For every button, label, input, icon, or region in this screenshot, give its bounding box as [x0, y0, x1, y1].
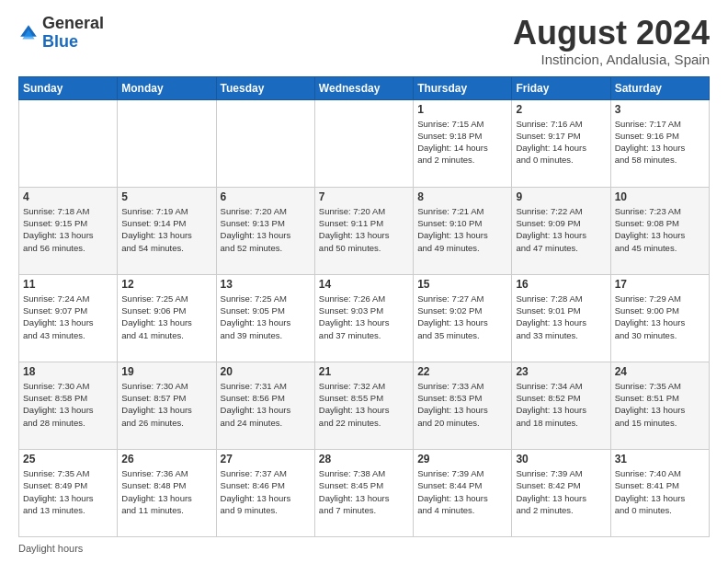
day-number: 4: [23, 190, 113, 203]
col-tuesday: Tuesday: [216, 76, 314, 99]
day-info: Sunrise: 7:24 AM Sunset: 9:07 PM Dayligh…: [23, 293, 113, 341]
day-info: Sunrise: 7:20 AM Sunset: 9:13 PM Dayligh…: [221, 205, 311, 254]
day-number: 26: [121, 453, 211, 465]
day-number: 1: [417, 103, 507, 116]
day-number: 18: [23, 365, 113, 378]
day-number: 21: [319, 365, 409, 378]
day-number: 17: [615, 278, 705, 291]
table-row: 18Sunrise: 7:30 AM Sunset: 8:58 PM Dayli…: [19, 362, 118, 449]
day-number: 31: [615, 453, 705, 465]
table-row: [216, 99, 314, 187]
logo-icon: [18, 23, 39, 43]
day-info: Sunrise: 7:16 AM Sunset: 9:17 PM Dayligh…: [516, 118, 606, 167]
day-number: 15: [417, 278, 507, 291]
table-row: 22Sunrise: 7:33 AM Sunset: 8:53 PM Dayli…: [414, 362, 512, 449]
calendar-week-row: 4Sunrise: 7:18 AM Sunset: 9:15 PM Daylig…: [19, 187, 710, 274]
day-info: Sunrise: 7:33 AM Sunset: 8:53 PM Dayligh…: [417, 380, 507, 429]
day-info: Sunrise: 7:36 AM Sunset: 8:48 PM Dayligh…: [121, 467, 211, 516]
day-info: Sunrise: 7:17 AM Sunset: 9:16 PM Dayligh…: [615, 118, 705, 167]
col-sunday: Sunday: [19, 76, 118, 99]
day-number: 14: [319, 278, 409, 291]
day-number: 20: [221, 365, 311, 378]
day-number: 9: [516, 190, 606, 203]
day-info: Sunrise: 7:25 AM Sunset: 9:05 PM Dayligh…: [221, 293, 311, 341]
table-row: 21Sunrise: 7:32 AM Sunset: 8:55 PM Dayli…: [314, 362, 413, 449]
day-info: Sunrise: 7:35 AM Sunset: 8:51 PM Dayligh…: [615, 380, 705, 429]
table-row: 6Sunrise: 7:20 AM Sunset: 9:13 PM Daylig…: [216, 187, 314, 274]
table-row: [118, 99, 216, 187]
col-friday: Friday: [512, 76, 610, 99]
day-info: Sunrise: 7:32 AM Sunset: 8:55 PM Dayligh…: [319, 380, 409, 429]
day-number: 3: [615, 103, 705, 116]
day-number: 12: [121, 278, 211, 291]
day-info: Sunrise: 7:15 AM Sunset: 9:18 PM Dayligh…: [417, 118, 507, 167]
day-info: Sunrise: 7:31 AM Sunset: 8:56 PM Dayligh…: [221, 380, 311, 429]
calendar-week-row: 1Sunrise: 7:15 AM Sunset: 9:18 PM Daylig…: [19, 99, 710, 187]
day-number: 6: [221, 190, 311, 203]
day-number: 8: [417, 190, 507, 203]
calendar-table: Sunday Monday Tuesday Wednesday Thursday…: [18, 76, 710, 537]
table-row: 15Sunrise: 7:27 AM Sunset: 9:02 PM Dayli…: [414, 274, 512, 362]
day-number: 28: [319, 453, 409, 465]
day-info: Sunrise: 7:34 AM Sunset: 8:52 PM Dayligh…: [516, 380, 606, 429]
day-number: 24: [615, 365, 705, 378]
day-number: 16: [516, 278, 606, 291]
day-info: Sunrise: 7:38 AM Sunset: 8:45 PM Dayligh…: [319, 467, 409, 516]
table-row: 30Sunrise: 7:39 AM Sunset: 8:42 PM Dayli…: [512, 449, 610, 536]
calendar-subtitle: Instincion, Andalusia, Spain: [513, 52, 710, 67]
table-row: 2Sunrise: 7:16 AM Sunset: 9:17 PM Daylig…: [512, 99, 610, 187]
col-saturday: Saturday: [610, 76, 709, 99]
logo-blue-text: Blue: [42, 32, 78, 51]
day-number: 23: [516, 365, 606, 378]
table-row: 17Sunrise: 7:29 AM Sunset: 9:00 PM Dayli…: [610, 274, 709, 362]
day-info: Sunrise: 7:21 AM Sunset: 9:10 PM Dayligh…: [417, 205, 507, 254]
table-row: 24Sunrise: 7:35 AM Sunset: 8:51 PM Dayli…: [610, 362, 709, 449]
day-number: 27: [221, 453, 311, 465]
day-info: Sunrise: 7:30 AM Sunset: 8:58 PM Dayligh…: [23, 380, 113, 429]
calendar-week-row: 25Sunrise: 7:35 AM Sunset: 8:49 PM Dayli…: [19, 449, 710, 536]
day-number: 13: [221, 278, 311, 291]
day-number: 30: [516, 453, 606, 465]
col-thursday: Thursday: [414, 76, 512, 99]
day-info: Sunrise: 7:35 AM Sunset: 8:49 PM Dayligh…: [23, 467, 113, 516]
table-row: 23Sunrise: 7:34 AM Sunset: 8:52 PM Dayli…: [512, 362, 610, 449]
table-row: 5Sunrise: 7:19 AM Sunset: 9:14 PM Daylig…: [118, 187, 216, 274]
day-info: Sunrise: 7:22 AM Sunset: 9:09 PM Dayligh…: [516, 205, 606, 254]
calendar-header-row: Sunday Monday Tuesday Wednesday Thursday…: [19, 76, 710, 99]
table-row: 14Sunrise: 7:26 AM Sunset: 9:03 PM Dayli…: [314, 274, 413, 362]
day-info: Sunrise: 7:19 AM Sunset: 9:14 PM Dayligh…: [121, 205, 211, 254]
logo: General Blue: [18, 15, 104, 52]
page-header: General Blue August 2024 Instincion, And…: [18, 15, 710, 67]
daylight-hours-label: Daylight hours: [18, 543, 83, 554]
calendar-title: August 2024: [513, 15, 710, 52]
table-row: 10Sunrise: 7:23 AM Sunset: 9:08 PM Dayli…: [610, 187, 709, 274]
table-row: 1Sunrise: 7:15 AM Sunset: 9:18 PM Daylig…: [414, 99, 512, 187]
footer: Daylight hours: [18, 543, 710, 554]
day-number: 25: [23, 453, 113, 465]
day-info: Sunrise: 7:28 AM Sunset: 9:01 PM Dayligh…: [516, 293, 606, 341]
day-info: Sunrise: 7:23 AM Sunset: 9:08 PM Dayligh…: [615, 205, 705, 254]
table-row: 25Sunrise: 7:35 AM Sunset: 8:49 PM Dayli…: [19, 449, 118, 536]
table-row: 27Sunrise: 7:37 AM Sunset: 8:46 PM Dayli…: [216, 449, 314, 536]
day-number: 5: [121, 190, 211, 203]
day-info: Sunrise: 7:27 AM Sunset: 9:02 PM Dayligh…: [417, 293, 507, 341]
day-number: 7: [319, 190, 409, 203]
table-row: 9Sunrise: 7:22 AM Sunset: 9:09 PM Daylig…: [512, 187, 610, 274]
day-info: Sunrise: 7:39 AM Sunset: 8:44 PM Dayligh…: [417, 467, 507, 516]
table-row: 29Sunrise: 7:39 AM Sunset: 8:44 PM Dayli…: [414, 449, 512, 536]
table-row: 12Sunrise: 7:25 AM Sunset: 9:06 PM Dayli…: [118, 274, 216, 362]
table-row: 13Sunrise: 7:25 AM Sunset: 9:05 PM Dayli…: [216, 274, 314, 362]
title-block: August 2024 Instincion, Andalusia, Spain: [513, 15, 710, 67]
table-row: [19, 99, 118, 187]
table-row: 26Sunrise: 7:36 AM Sunset: 8:48 PM Dayli…: [118, 449, 216, 536]
day-number: 2: [516, 103, 606, 116]
table-row: 16Sunrise: 7:28 AM Sunset: 9:01 PM Dayli…: [512, 274, 610, 362]
table-row: 3Sunrise: 7:17 AM Sunset: 9:16 PM Daylig…: [610, 99, 709, 187]
day-info: Sunrise: 7:30 AM Sunset: 8:57 PM Dayligh…: [121, 380, 211, 429]
day-info: Sunrise: 7:25 AM Sunset: 9:06 PM Dayligh…: [121, 293, 211, 341]
table-row: [314, 99, 413, 187]
day-number: 10: [615, 190, 705, 203]
day-info: Sunrise: 7:37 AM Sunset: 8:46 PM Dayligh…: [221, 467, 311, 516]
day-info: Sunrise: 7:26 AM Sunset: 9:03 PM Dayligh…: [319, 293, 409, 341]
day-number: 11: [23, 278, 113, 291]
